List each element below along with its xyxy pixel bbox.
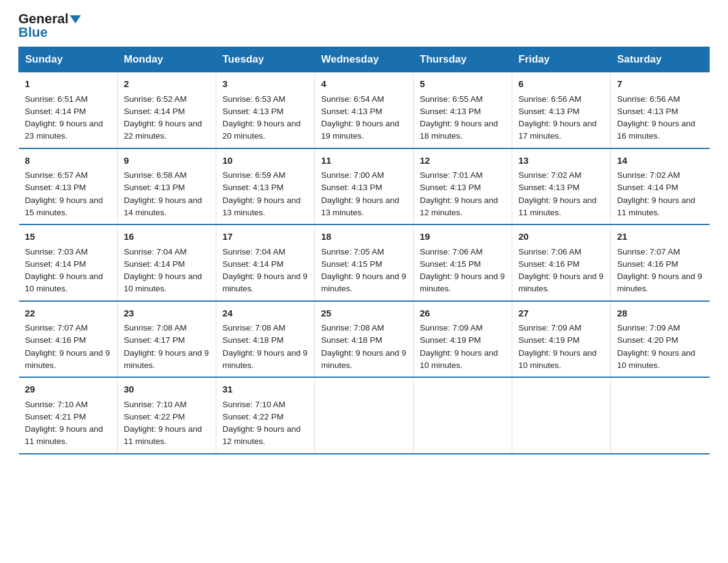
- day-number: 23: [124, 307, 210, 321]
- sunset-label: Sunset: 4:22 PM: [124, 412, 185, 421]
- sunrise-label: Sunrise: 6:55 AM: [420, 94, 483, 104]
- page-header: General Blue: [18, 12, 710, 40]
- day-number: 13: [518, 154, 604, 168]
- calendar-cell: 3Sunrise: 6:53 AMSunset: 4:13 PMDaylight…: [216, 72, 315, 148]
- sunrise-label: Sunrise: 7:08 AM: [321, 323, 384, 332]
- sunrise-label: Sunrise: 7:03 AM: [25, 247, 88, 256]
- sunset-label: Sunset: 4:13 PM: [124, 183, 185, 192]
- sunrise-label: Sunrise: 7:04 AM: [124, 247, 187, 256]
- sunset-label: Sunset: 4:18 PM: [222, 335, 284, 345]
- sunset-label: Sunset: 4:18 PM: [321, 335, 382, 345]
- daylight-label: Daylight: 9 hours and 11 minutes.: [617, 196, 696, 217]
- header-friday: Friday: [512, 47, 611, 72]
- day-number: 5: [420, 77, 506, 91]
- sunrise-label: Sunrise: 6:56 AM: [518, 94, 582, 104]
- header-row: SundayMondayTuesdayWednesdayThursdayFrid…: [19, 47, 710, 72]
- sunrise-label: Sunrise: 7:07 AM: [25, 323, 88, 332]
- calendar-cell: 18Sunrise: 7:05 AMSunset: 4:15 PMDayligh…: [315, 224, 414, 301]
- calendar-cell: 21Sunrise: 7:07 AMSunset: 4:16 PMDayligh…: [611, 224, 710, 301]
- header-monday: Monday: [118, 47, 216, 72]
- calendar-cell: [611, 377, 710, 454]
- daylight-label: Daylight: 9 hours and 17 minutes.: [518, 119, 597, 140]
- day-number: 8: [25, 154, 112, 168]
- calendar-cell: 13Sunrise: 7:02 AMSunset: 4:13 PMDayligh…: [512, 148, 611, 225]
- sunset-label: Sunset: 4:13 PM: [25, 183, 86, 192]
- sunset-label: Sunset: 4:13 PM: [518, 107, 580, 116]
- daylight-label: Daylight: 9 hours and 12 minutes.: [222, 424, 301, 446]
- daylight-label: Daylight: 9 hours and 9 minutes.: [518, 272, 604, 293]
- day-number: 28: [617, 307, 703, 321]
- sunset-label: Sunset: 4:13 PM: [321, 183, 382, 192]
- week-row-4: 22Sunrise: 7:07 AMSunset: 4:16 PMDayligh…: [19, 301, 710, 378]
- daylight-label: Daylight: 9 hours and 11 minutes.: [25, 424, 104, 446]
- day-number: 1: [25, 77, 112, 91]
- day-number: 15: [25, 230, 112, 244]
- day-number: 20: [518, 230, 604, 244]
- calendar-cell: 6Sunrise: 6:56 AMSunset: 4:13 PMDaylight…: [512, 72, 611, 148]
- calendar-cell: 9Sunrise: 6:58 AMSunset: 4:13 PMDaylight…: [118, 148, 216, 225]
- header-saturday: Saturday: [611, 47, 710, 72]
- daylight-label: Daylight: 9 hours and 23 minutes.: [25, 119, 104, 140]
- day-number: 3: [222, 77, 308, 91]
- calendar-table: SundayMondayTuesdayWednesdayThursdayFrid…: [18, 47, 710, 454]
- sunrise-label: Sunrise: 6:58 AM: [124, 170, 187, 180]
- sunset-label: Sunset: 4:16 PM: [617, 259, 678, 269]
- header-wednesday: Wednesday: [315, 47, 414, 72]
- day-number: 19: [420, 230, 506, 244]
- daylight-label: Daylight: 9 hours and 14 minutes.: [124, 196, 202, 217]
- daylight-label: Daylight: 9 hours and 16 minutes.: [617, 119, 696, 140]
- daylight-label: Daylight: 9 hours and 9 minutes.: [420, 272, 505, 293]
- day-number: 9: [124, 154, 210, 168]
- daylight-label: Daylight: 9 hours and 15 minutes.: [25, 196, 104, 217]
- sunset-label: Sunset: 4:17 PM: [124, 335, 185, 345]
- calendar-cell: 17Sunrise: 7:04 AMSunset: 4:14 PMDayligh…: [216, 224, 315, 301]
- sunrise-label: Sunrise: 6:54 AM: [321, 94, 384, 104]
- day-number: 17: [222, 230, 308, 244]
- sunset-label: Sunset: 4:15 PM: [321, 259, 382, 269]
- daylight-label: Daylight: 9 hours and 19 minutes.: [321, 119, 400, 140]
- logo-general: General: [18, 12, 69, 26]
- calendar-cell: 26Sunrise: 7:09 AMSunset: 4:19 PMDayligh…: [414, 301, 512, 378]
- sunrise-label: Sunrise: 7:08 AM: [124, 323, 187, 332]
- day-number: 18: [321, 230, 407, 244]
- sunrise-label: Sunrise: 6:56 AM: [617, 94, 680, 104]
- calendar-cell: 10Sunrise: 6:59 AMSunset: 4:13 PMDayligh…: [216, 148, 315, 225]
- week-row-2: 8Sunrise: 6:57 AMSunset: 4:13 PMDaylight…: [19, 148, 710, 225]
- daylight-label: Daylight: 9 hours and 9 minutes.: [222, 348, 308, 370]
- day-number: 25: [321, 307, 407, 321]
- daylight-label: Daylight: 9 hours and 10 minutes.: [124, 272, 202, 293]
- calendar-cell: 11Sunrise: 7:00 AMSunset: 4:13 PMDayligh…: [315, 148, 414, 225]
- calendar-cell: [512, 377, 611, 454]
- header-tuesday: Tuesday: [216, 47, 315, 72]
- calendar-cell: 20Sunrise: 7:06 AMSunset: 4:16 PMDayligh…: [512, 224, 611, 301]
- day-number: 22: [25, 307, 112, 321]
- day-number: 31: [222, 383, 308, 397]
- day-number: 29: [25, 383, 112, 397]
- sunrise-label: Sunrise: 7:02 AM: [518, 170, 582, 180]
- daylight-label: Daylight: 9 hours and 9 minutes.: [25, 348, 110, 370]
- day-number: 21: [617, 230, 703, 244]
- daylight-label: Daylight: 9 hours and 10 minutes.: [518, 348, 597, 370]
- day-number: 12: [420, 154, 506, 168]
- calendar-cell: 28Sunrise: 7:09 AMSunset: 4:20 PMDayligh…: [611, 301, 710, 378]
- daylight-label: Daylight: 9 hours and 9 minutes.: [222, 272, 308, 293]
- sunset-label: Sunset: 4:13 PM: [518, 183, 580, 192]
- day-number: 30: [124, 383, 210, 397]
- day-number: 2: [124, 77, 210, 91]
- sunrise-label: Sunrise: 7:04 AM: [222, 247, 286, 256]
- sunset-label: Sunset: 4:14 PM: [25, 259, 86, 269]
- calendar-cell: 25Sunrise: 7:08 AMSunset: 4:18 PMDayligh…: [315, 301, 414, 378]
- daylight-label: Daylight: 9 hours and 10 minutes.: [617, 348, 696, 370]
- sunset-label: Sunset: 4:14 PM: [617, 183, 678, 192]
- daylight-label: Daylight: 9 hours and 9 minutes.: [124, 348, 209, 370]
- sunrise-label: Sunrise: 7:10 AM: [25, 400, 88, 409]
- calendar-cell: 29Sunrise: 7:10 AMSunset: 4:21 PMDayligh…: [19, 377, 118, 454]
- sunset-label: Sunset: 4:13 PM: [420, 183, 481, 192]
- calendar-cell: 2Sunrise: 6:52 AMSunset: 4:14 PMDaylight…: [118, 72, 216, 148]
- sunset-label: Sunset: 4:13 PM: [222, 107, 284, 116]
- calendar-cell: 31Sunrise: 7:10 AMSunset: 4:22 PMDayligh…: [216, 377, 315, 454]
- daylight-label: Daylight: 9 hours and 22 minutes.: [124, 119, 202, 140]
- daylight-label: Daylight: 9 hours and 9 minutes.: [321, 272, 406, 293]
- day-number: 7: [617, 77, 703, 91]
- sunrise-label: Sunrise: 7:05 AM: [321, 247, 384, 256]
